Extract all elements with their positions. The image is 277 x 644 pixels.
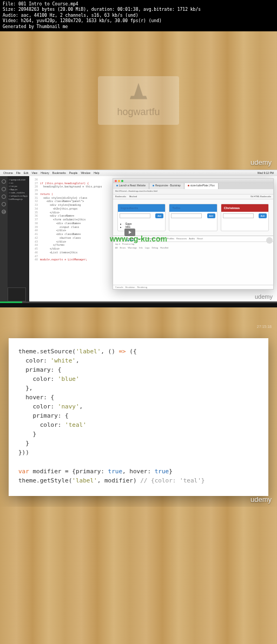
card-title: Ingredients xyxy=(118,204,165,212)
udemy-watermark: udemy xyxy=(255,293,273,300)
editor-code-pane[interactable]: 26 27if (this.props.headingColor) { 28 h… xyxy=(29,176,114,307)
bookmark-item[interactable]: Bookmarks xyxy=(115,195,126,198)
menu-help[interactable]: Help xyxy=(94,171,99,175)
tab-flux[interactable]: store-boilerPlate | Flux xyxy=(184,183,219,189)
devtools-close-icon[interactable] xyxy=(266,237,273,244)
devtools-tab[interactable]: Resources xyxy=(176,237,187,240)
video-metadata: File: 001 Intro to Course.mp4 Size: 2094… xyxy=(0,0,277,31)
presenter-thumbnail xyxy=(8,287,26,301)
meta-audio: Audio: aac, 44100 Hz, 2 channels, s16, 6… xyxy=(3,13,274,18)
card-title: ToDo xyxy=(169,204,216,212)
meta-size: Size: 20948263 bytes (20.00 MiB), durati… xyxy=(3,7,274,12)
git-icon[interactable] xyxy=(2,194,6,199)
tree-item[interactable]: ListManager.js xyxy=(9,198,28,200)
bookmark-item[interactable]: Git HTML Bookmarks xyxy=(250,195,271,198)
menubar-clock: Wed 9:12 PM xyxy=(258,171,274,175)
menu-history[interactable]: History xyxy=(41,171,49,175)
menu-app[interactable]: Chrome xyxy=(3,171,13,175)
logo-text: hogwartfu xyxy=(117,106,160,118)
bookmark-item[interactable]: Mashed xyxy=(129,195,137,198)
card-christmas: Christmas Add xyxy=(221,204,269,231)
browser-tabs: Launch a React Website Responsive - Boot… xyxy=(113,183,273,189)
card-ingredients: Ingredients Add Eggs Milk xyxy=(117,204,166,231)
tree-item[interactable]: > typeguard-state xyxy=(9,178,28,181)
frame-timestamp: 27:15:18 xyxy=(257,325,272,328)
filter-warnings[interactable]: Warnings xyxy=(128,246,137,249)
tree-item[interactable]: > src xyxy=(9,182,28,184)
filter-logs[interactable]: Logs xyxy=(145,246,150,249)
filter-info[interactable]: Info xyxy=(139,246,143,249)
drawer-console[interactable]: Console xyxy=(115,286,123,289)
frame-3: theme.setSource('label', () => ({ color:… xyxy=(0,332,277,507)
card-input[interactable] xyxy=(120,213,150,218)
udemy-watermark: udemy xyxy=(250,158,272,166)
editor-activity-bar: 19 xyxy=(0,176,8,307)
drawer-emulation[interactable]: Emulation xyxy=(126,286,135,289)
address-bar[interactable]: file:///Users/.../bootstrap-react/src/in… xyxy=(113,189,273,194)
menu-bookmarks[interactable]: Bookmarks xyxy=(52,171,66,175)
add-button[interactable]: Add xyxy=(207,213,215,218)
mac-menubar: Chrome File Edit View History Bookmarks … xyxy=(0,170,277,176)
card-todo: ToDo Add xyxy=(169,204,217,231)
udemy-watermark: udemy xyxy=(250,495,272,504)
filter-debug[interactable]: Debug xyxy=(151,246,158,249)
filter-all[interactable]: All xyxy=(115,246,117,249)
browser-viewport: Ingredients Add Eggs Milk ToDo Add xyxy=(113,199,273,289)
search-icon[interactable] xyxy=(2,187,6,191)
bookmarks-bar: Bookmarks Mashed Git HTML Bookmarks xyxy=(113,194,273,199)
tree-item[interactable]: > List.jsx xyxy=(9,185,28,187)
site-watermark: www.cg-ku.com xyxy=(110,234,167,243)
meta-gen: Generated by Thumbnail me xyxy=(3,24,274,30)
menu-view[interactable]: View xyxy=(31,171,37,175)
meta-video: Video: h264, yuv420p, 1280x720, 1633 kb/… xyxy=(3,18,274,24)
menu-window[interactable]: Window xyxy=(81,171,90,175)
badge-count: 19 xyxy=(2,210,6,214)
tree-item[interactable]: > App.jsx xyxy=(9,188,28,191)
wizard-hat-icon xyxy=(128,83,149,104)
debug-icon[interactable] xyxy=(2,202,6,206)
devtools-tab[interactable]: Audits xyxy=(189,237,195,240)
devtools-tab[interactable]: React xyxy=(197,237,202,240)
filter-handled[interactable]: Handled xyxy=(160,246,168,249)
close-icon[interactable] xyxy=(115,180,117,182)
tab-react-website[interactable]: Launch a React Website xyxy=(113,183,149,189)
faded-logo: hogwartfu xyxy=(98,76,179,125)
add-button[interactable]: Add xyxy=(155,213,163,218)
filter-errors[interactable]: Errors xyxy=(120,246,126,249)
card-title: Christmas xyxy=(221,204,268,212)
browser-window: Launch a React Website Responsive - Boot… xyxy=(113,178,274,290)
files-icon[interactable] xyxy=(2,179,6,184)
wood-divider: 27:15:18 xyxy=(0,307,277,332)
browser-titlebar xyxy=(113,179,273,183)
meta-file: File: 001 Intro to Course.mp4 xyxy=(3,2,274,7)
devtools-panel: Elements Console Sources Network Timelin… xyxy=(113,236,273,289)
frame-1: hogwartfu udemy xyxy=(0,31,277,170)
menu-people[interactable]: People xyxy=(69,171,78,175)
drawer-rendering: Rendering xyxy=(137,286,147,289)
menu-edit[interactable]: Edit xyxy=(24,171,29,175)
add-button[interactable]: Add xyxy=(259,213,267,218)
video-progress[interactable] xyxy=(0,301,277,307)
minimize-icon[interactable] xyxy=(118,180,120,182)
frame-4: udemy xyxy=(0,507,277,644)
tree-item[interactable]: > webpack.config.js xyxy=(9,194,28,197)
card-input[interactable] xyxy=(171,213,202,218)
frame-2: Chrome File Edit View History Bookmarks … xyxy=(0,170,277,307)
tree-item[interactable]: > node_modules xyxy=(9,191,28,194)
devtools-tab[interactable]: Profiles xyxy=(167,237,174,240)
card-input[interactable] xyxy=(223,213,254,218)
maximize-icon[interactable] xyxy=(121,180,123,182)
code-slide: theme.setSource('label', () => ({ color:… xyxy=(9,338,268,496)
menu-file[interactable]: File xyxy=(16,171,21,175)
tab-bootstrap[interactable]: Responsive - Bootstrap xyxy=(149,183,184,189)
